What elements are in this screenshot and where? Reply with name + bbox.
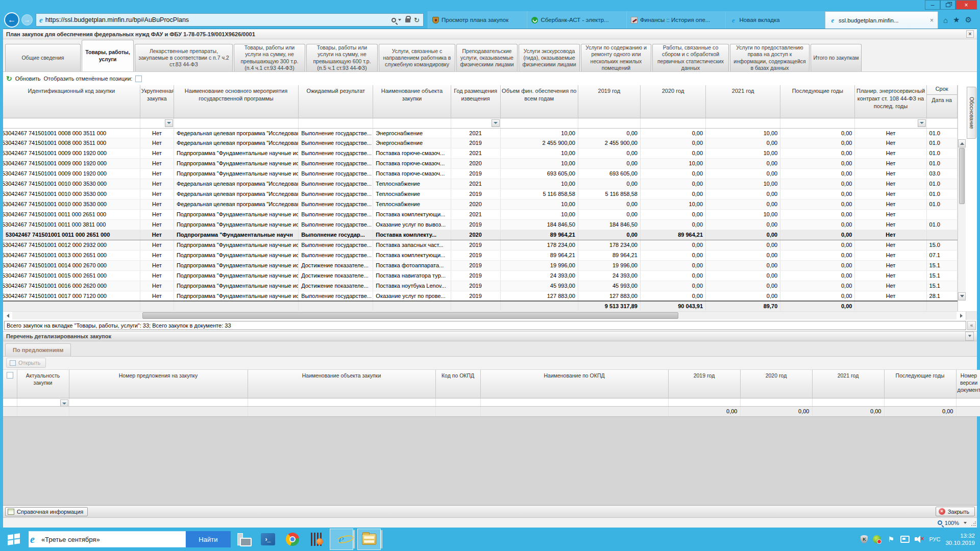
app-icon[interactable]: [305, 529, 329, 550]
internet-explorer-icon[interactable]: e: [330, 529, 353, 550]
collapse-panel-icon[interactable]: [965, 332, 974, 341]
browser-tab[interactable]: Просмотр плана закупок: [428, 11, 527, 29]
vertical-scroll-thumb[interactable]: [959, 148, 965, 204]
table-row[interactable]: 53042467 741501001 0015 000 2651 000НетП…: [3, 270, 957, 281]
start-button[interactable]: [0, 528, 28, 551]
favorites-star-icon[interactable]: ★: [953, 15, 960, 24]
search-icon[interactable]: [391, 18, 396, 22]
server-manager-icon[interactable]: [232, 529, 255, 550]
tab-2[interactable]: Товары, работы, услуги: [82, 40, 134, 71]
filter-cell[interactable]: [140, 118, 174, 128]
filter-cell[interactable]: [17, 398, 69, 407]
column-header[interactable]: Последующие годы: [884, 370, 956, 398]
search-dropdown-icon[interactable]: [398, 19, 401, 21]
filter-cell[interactable]: [451, 118, 500, 128]
table-row[interactable]: 53042467 741501001 0010 000 3530 000НетФ…: [3, 179, 957, 189]
column-header[interactable]: 2021 год: [812, 370, 884, 398]
column-header[interactable]: 2019 год: [668, 370, 740, 398]
zoom-level[interactable]: 100%: [945, 520, 959, 526]
filter-dropdown-icon[interactable]: [492, 119, 500, 127]
filter-cell[interactable]: [299, 118, 373, 128]
table-row[interactable]: 53042467 741501001 0011 000 3811 000НетП…: [3, 219, 957, 230]
scroll-up-button[interactable]: [958, 139, 966, 147]
tab-close-icon[interactable]: ×: [930, 17, 934, 24]
table-row[interactable]: 53042467 741501001 0010 000 3530 000НетФ…: [3, 199, 957, 209]
filter-cell[interactable]: [480, 398, 668, 407]
column-header[interactable]: Актуальность закупки: [17, 370, 69, 398]
filter-dropdown-icon[interactable]: [60, 399, 68, 407]
filter-cell[interactable]: [640, 118, 705, 128]
horizontal-scrollbar[interactable]: [3, 311, 977, 320]
table-row[interactable]: 53042467 741501001 0017 000 7120 000НетП…: [3, 291, 957, 301]
column-header[interactable]: Номер версии документа: [956, 370, 980, 398]
column-header[interactable]: Год размещения извещения: [451, 85, 500, 118]
chrome-icon[interactable]: [281, 529, 304, 550]
refresh-button[interactable]: Обновить: [15, 76, 41, 82]
table-row[interactable]: 53042467 741501001 0016 000 2620 000НетП…: [3, 281, 957, 291]
language-indicator[interactable]: РУС: [929, 536, 940, 542]
justification-side-tab[interactable]: Обоснование: [967, 87, 976, 139]
vertical-scrollbar[interactable]: [958, 85, 966, 311]
antivirus-icon[interactable]: [873, 535, 881, 543]
table-row[interactable]: 53042467 741501001 0009 000 1920 000НетП…: [3, 148, 957, 158]
column-header[interactable]: 2020 год: [640, 85, 705, 118]
tab-9[interactable]: Услуги по содержанию и ремонту одного ил…: [581, 44, 651, 71]
horizontal-scroll-thumb[interactable]: [142, 312, 678, 319]
settings-gear-icon[interactable]: ⚙: [965, 15, 972, 24]
column-header[interactable]: Последующие годы: [780, 85, 855, 118]
app-close-icon[interactable]: ×: [966, 30, 974, 38]
table-row[interactable]: 53042467 741501001 0008 000 3511 000НетФ…: [3, 138, 957, 148]
volume-muted-icon[interactable]: [915, 535, 924, 543]
column-header[interactable]: Укрупненная закупка: [140, 85, 174, 118]
tab-4[interactable]: Товары, работы или услуги на сумму, не п…: [234, 44, 305, 71]
flag-icon[interactable]: ⚑: [886, 535, 895, 544]
forward-button[interactable]: →: [21, 14, 33, 26]
browser-tab[interactable]: eНовая вкладка: [725, 11, 824, 29]
help-button[interactable]: Справочная информация: [5, 507, 88, 516]
filter-cell[interactable]: [668, 398, 740, 407]
maximize-button[interactable]: [940, 0, 955, 10]
table-row[interactable]: 53042467 741501001 0013 000 2651 000НетП…: [3, 250, 957, 260]
filter-cell[interactable]: [174, 118, 298, 128]
select-all-header[interactable]: [3, 370, 17, 398]
zoom-dropdown-icon[interactable]: [964, 522, 967, 524]
filter-cell[interactable]: [706, 118, 780, 128]
filter-cell[interactable]: [69, 398, 248, 407]
tab-7[interactable]: Преподавательские услуги, оказываемые фи…: [456, 44, 518, 71]
collapse-status-icon[interactable]: «: [967, 321, 976, 330]
close-button[interactable]: × Закрыть: [936, 507, 975, 516]
tab-1[interactable]: Общие сведения: [5, 44, 81, 71]
filter-cell[interactable]: [780, 118, 855, 128]
table-row[interactable]: 53042467 741501001 0011 000 2651 000НетП…: [3, 209, 957, 219]
filter-dropdown-icon[interactable]: [165, 119, 173, 127]
column-header[interactable]: Наименование объекта закупки: [373, 85, 451, 118]
show-cancelled-checkbox[interactable]: [135, 76, 142, 82]
taskbar-search[interactable]: e «Третье сентября»: [29, 531, 186, 547]
filter-cell[interactable]: [884, 398, 956, 407]
table-row[interactable]: 53042467 741501001 0010 000 3530 000НетФ…: [3, 189, 957, 199]
filter-cell[interactable]: [956, 398, 980, 407]
table-row[interactable]: 53042467 741501001 0014 000 2670 000НетП…: [3, 260, 957, 270]
filter-cell[interactable]: [248, 398, 435, 407]
column-header[interactable]: 2020 год: [740, 370, 812, 398]
filter-cell[interactable]: [740, 398, 812, 407]
table-row[interactable]: 53042467 741501001 0008 000 3511 000НетФ…: [3, 128, 957, 138]
filter-cell[interactable]: [926, 118, 957, 128]
shield-icon[interactable]: K: [861, 535, 868, 543]
url-bar[interactable]: e https://ssl.budgetplan.minfin.ru/bp#Au…: [36, 13, 424, 27]
table-row[interactable]: 53042467 741501001 0012 000 2932 000НетП…: [3, 240, 957, 250]
select-all-checkbox[interactable]: [7, 372, 13, 379]
column-header[interactable]: Наименование объекта закупки: [248, 370, 435, 398]
column-header[interactable]: Ожидаемый результат: [299, 85, 373, 118]
home-icon[interactable]: ⌂: [943, 16, 948, 24]
browser-tab[interactable]: Сбербанк-АСТ - электр...: [527, 11, 626, 29]
column-header[interactable]: Планир. энергосервисный контракт ст. 108…: [855, 85, 926, 118]
back-button[interactable]: ←: [4, 12, 19, 28]
powershell-icon[interactable]: ›_: [256, 529, 280, 550]
open-button[interactable]: Открыть: [6, 358, 46, 368]
column-header[interactable]: 2021 год: [706, 85, 780, 118]
tab-by-proposals[interactable]: По предложениям: [5, 343, 71, 356]
filter-cell[interactable]: [3, 398, 17, 407]
browser-tab[interactable]: essl.budgetplan.minfin...×: [825, 11, 938, 29]
filter-cell[interactable]: [373, 118, 451, 128]
